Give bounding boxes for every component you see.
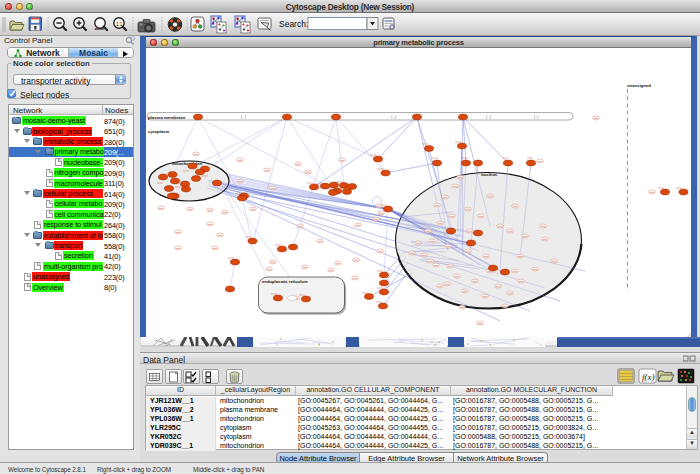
- svg-text:[...]: [...]: [486, 115, 491, 119]
- svg-text:1:1: 1:1: [116, 22, 123, 27]
- svg-text:cytoplasm: cytoplasm: [148, 129, 169, 134]
- svg-text:nucleus: nucleus: [481, 172, 498, 177]
- svg-text:Search:: Search:: [279, 19, 308, 29]
- svg-text:mitochondrion: mitochondrion: [172, 161, 202, 166]
- svg-text:endoplasmic reticulum: endoplasmic reticulum: [262, 279, 308, 284]
- svg-text:unassigned: unassigned: [627, 83, 651, 88]
- svg-text:(..): (..): [534, 115, 538, 119]
- svg-text:f(x): f(x): [642, 372, 655, 382]
- svg-text:plasma membrane: plasma membrane: [148, 115, 186, 120]
- svg-text:(...): (...): [391, 115, 396, 119]
- svg-text:[...]: [...]: [241, 115, 246, 119]
